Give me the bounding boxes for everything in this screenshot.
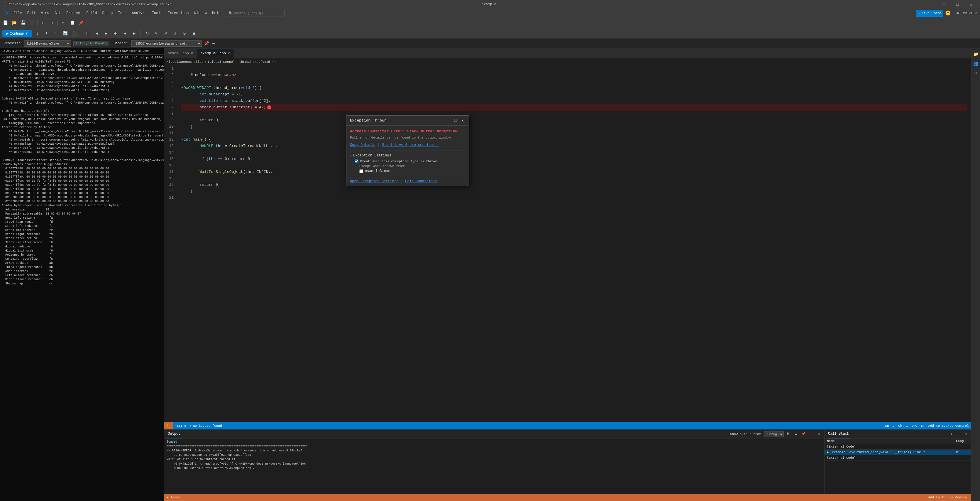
debug-btn-8[interactable]: ⟲: [143, 29, 151, 38]
callstack-expand-btn[interactable]: ↕: [948, 431, 955, 437]
exception-close-btn[interactable]: ✕: [460, 118, 466, 123]
callstack-tab[interactable]: Call Stack: [827, 430, 850, 439]
add-to-source-control[interactable]: Add to Source Control: [928, 424, 969, 428]
menu-extensions[interactable]: Extensions: [165, 10, 191, 16]
cs-row-2[interactable]: [External Code]: [824, 455, 971, 461]
thread-dropdown[interactable]: [13508] example3.exelasan_thread ...: [131, 40, 202, 47]
tab-example3[interactable]: example3.cpp ×: [197, 48, 234, 58]
cut-btn[interactable]: ✂: [59, 19, 67, 27]
process-dropdown[interactable]: [19924] example3.exe: [24, 40, 71, 47]
ln-col[interactable]: Ln: 7: [885, 424, 895, 428]
step-into-btn[interactable]: ⬇: [43, 29, 51, 38]
minimize-button[interactable]: ─: [937, 0, 951, 9]
breadcrumb-scope[interactable]: (Global Scope): [208, 60, 235, 64]
ln-4: 4: [164, 85, 173, 91]
exc-sub-row: Except when thrown from:: [350, 164, 466, 168]
undo-btn[interactable]: ↩: [39, 19, 47, 27]
tab-stack3[interactable]: stack3.cpp ×: [164, 48, 197, 58]
editor-scrollbar[interactable]: [967, 65, 971, 422]
maximize-button[interactable]: □: [951, 0, 964, 9]
breadcrumb-files[interactable]: Miscellaneous Files: [167, 60, 203, 64]
menu-debug[interactable]: Debug: [100, 10, 115, 16]
properties-icon[interactable]: ⚙: [972, 69, 979, 76]
debug-btn-7[interactable]: ▶: [130, 29, 138, 38]
menu-build[interactable]: Build: [84, 10, 99, 16]
live-share-button[interactable]: ↗ Live Share: [916, 10, 943, 17]
debug-btn-5[interactable]: ⏭: [111, 29, 120, 38]
callstack-close-btn[interactable]: ✕: [963, 431, 969, 437]
debug-btn-10[interactable]: ⤶: [162, 29, 170, 38]
spaces-indicator[interactable]: SPC: [912, 424, 917, 428]
tab-example3-close[interactable]: ×: [228, 51, 230, 56]
menu-file[interactable]: File: [11, 10, 24, 16]
pin-icon[interactable]: 📌: [204, 41, 209, 46]
tab-stack3-close[interactable]: ×: [191, 51, 193, 56]
menu-tools[interactable]: Tools: [150, 10, 165, 16]
code-area[interactable]: #include <windows.h> ▼DWORD WINAPI threa…: [177, 65, 971, 422]
exception-pin-btn[interactable]: □: [453, 118, 458, 123]
output-toggle-wrap-btn[interactable]: ≡: [792, 431, 799, 437]
debug-btn-6[interactable]: ◀: [121, 29, 129, 38]
int-preview-button[interactable]: INT PREVIEW: [953, 10, 979, 17]
output-content[interactable]: loaded. ================================…: [164, 439, 824, 494]
debug-btn-3[interactable]: ◀: [93, 29, 101, 38]
exc-checkbox-1[interactable]: [355, 160, 358, 163]
callstack-pin-btn[interactable]: ─: [955, 431, 962, 437]
ln-11: 11: [164, 130, 173, 136]
step-out-btn[interactable]: ⬆: [52, 29, 60, 38]
close-button[interactable]: ✕: [964, 0, 978, 9]
tab-bar: stack3.cpp × example3.cpp ×: [164, 48, 971, 58]
copy-btn[interactable]: 📋: [68, 19, 76, 27]
zoom-level[interactable]: 111 %: [177, 424, 186, 428]
ch-col[interactable]: Ch: 1: [898, 424, 908, 428]
add-source-control[interactable]: Add to Source Control: [928, 496, 969, 499]
save-btn[interactable]: 💾: [19, 19, 27, 27]
menu-window[interactable]: Window: [192, 10, 209, 16]
encoding-indicator[interactable]: LF: [921, 424, 924, 428]
breadcrumb-func[interactable]: thread_proc(void *): [239, 60, 276, 64]
output-clear-btn[interactable]: 🗑: [785, 431, 791, 437]
menu-edit[interactable]: Edit: [25, 10, 38, 16]
redo-btn[interactable]: ↪: [48, 19, 56, 27]
debug-btn-9[interactable]: ⤷: [152, 29, 161, 38]
open-file-btn[interactable]: 📂: [10, 19, 18, 27]
debug-location-btn[interactable]: ⟶: [213, 41, 215, 46]
callstack-table: Name Lang [External Code] ► example3.exe…: [824, 439, 971, 494]
open-exception-settings-link[interactable]: Open Exception Settings: [350, 179, 399, 183]
solution-explorer-icon[interactable]: 📁: [972, 51, 979, 57]
output-close-btn[interactable]: ✕: [815, 431, 822, 437]
debug-btn-12[interactable]: ↻: [180, 29, 189, 38]
search-box[interactable]: 🔍 Search (Ctrl+Q): [226, 10, 285, 16]
new-file-btn[interactable]: 📄: [1, 19, 10, 27]
no-issues-status[interactable]: ● No issues found: [190, 424, 222, 428]
output-minimize-btn[interactable]: ─: [808, 431, 814, 437]
terminal-content[interactable]: ==19924==ERROR: AddressSanitizer: stack-…: [0, 54, 164, 501]
copy-details-link[interactable]: Copy Details: [350, 143, 375, 147]
menu-project[interactable]: Project: [64, 10, 83, 16]
menu-analyze[interactable]: Analyze: [129, 10, 149, 16]
stop-btn[interactable]: ⬛: [71, 29, 79, 38]
continue-button[interactable]: ▶ Continue ▼: [2, 30, 32, 37]
save-all-btn[interactable]: ⬛: [27, 19, 36, 27]
show-output-select[interactable]: Debug: [764, 431, 784, 437]
restart-btn[interactable]: 🔄: [61, 29, 70, 38]
paste-btn[interactable]: 📌: [77, 19, 85, 27]
output-pin-btn[interactable]: 📌: [800, 431, 807, 437]
edit-conditions-link[interactable]: Edit Conditions: [405, 179, 437, 183]
menu-help[interactable]: Help: [210, 10, 223, 16]
team-explorer-icon[interactable]: 👥: [972, 60, 979, 67]
debug-btn-4[interactable]: ▶: [102, 29, 110, 38]
cs-row-0[interactable]: [External Code]: [824, 444, 971, 450]
menu-git[interactable]: Git: [52, 10, 64, 16]
step-over-btn[interactable]: ⤵: [33, 29, 41, 38]
exc-checkbox-2[interactable]: [360, 169, 363, 173]
cs-row-1[interactable]: ► example3.exe!thread_proc(void * __form…: [824, 450, 971, 455]
start-live-share-link[interactable]: Start Live Share session...: [382, 143, 439, 147]
debug-btn-11[interactable]: ⤸: [171, 29, 179, 38]
debug-btn-2[interactable]: ⏸: [83, 29, 92, 38]
feedback-icon[interactable]: 😊: [944, 9, 952, 17]
menu-test[interactable]: Test: [116, 10, 129, 16]
output-tab[interactable]: Output: [167, 430, 181, 439]
menu-view[interactable]: View: [39, 10, 52, 16]
debug-btn-13[interactable]: ◼: [190, 29, 198, 38]
